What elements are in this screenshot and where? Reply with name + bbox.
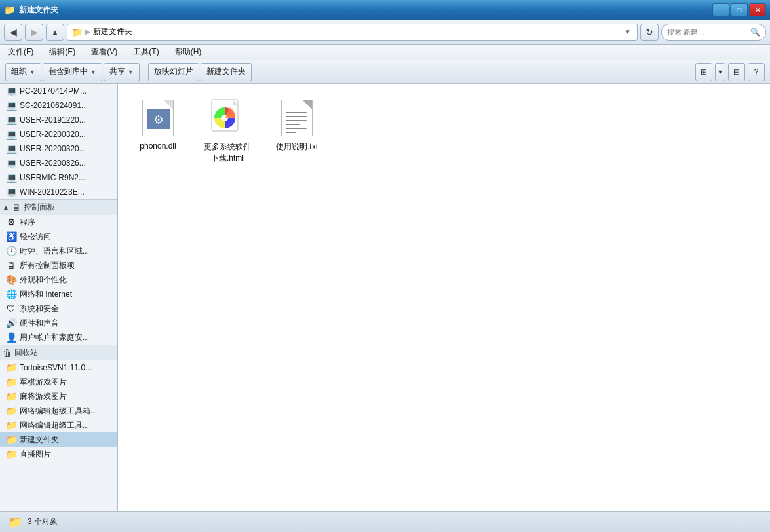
sidebar-item-security[interactable]: 🛡 系统和安全 <box>0 301 117 316</box>
sidebar-item-appearance[interactable]: 🎨 外观和个性化 <box>0 273 117 287</box>
sidebar-item-label: 时钟、语言和区域... <box>20 246 89 257</box>
status-text: 3 个对象 <box>28 516 58 527</box>
sidebar-item-easy-access[interactable]: ♿ 轻松访问 <box>0 229 117 244</box>
sidebar-item-neteditor2[interactable]: 📁 网络编辑超级工具... <box>0 418 117 432</box>
sidebar-item-label: 网络编辑超级工具箱... <box>20 406 97 417</box>
search-input[interactable] <box>667 28 748 36</box>
sidebar-item-label: TortoiseSVN1.11.0... <box>20 363 92 372</box>
programs-icon: ⚙ <box>5 216 17 228</box>
toolbar-separator-1 <box>144 64 144 80</box>
sidebar-item-label: 麻将游戏图片 <box>20 391 67 402</box>
folder-icon: 📁 <box>5 405 17 417</box>
address-bar[interactable]: 📁 ▶ 新建文件夹 ▼ <box>67 24 638 41</box>
main-area: 💻 PC-20170414PM... 💻 SC-20210624091... 💻… <box>0 84 770 511</box>
sidebar-item-label: USER-20191220... <box>20 115 86 124</box>
sidebar-item-sc1[interactable]: 💻 SC-20210624091... <box>0 98 117 113</box>
address-folder-icon: 📁 <box>71 27 83 37</box>
title-bar-controls: ─ □ ✕ <box>712 3 766 16</box>
sidebar-item-label: 直播图片 <box>20 449 51 460</box>
new-folder-button[interactable]: 新建文件夹 <box>201 63 252 81</box>
slideshow-button[interactable]: 放映幻灯片 <box>148 63 199 81</box>
up-button[interactable]: ▲ <box>46 24 64 41</box>
hardware-icon: 🔊 <box>5 317 17 329</box>
sidebar-item-label: 所有控制面板项 <box>20 260 75 271</box>
folder-icon: 📁 <box>5 376 17 388</box>
sidebar-item-programs[interactable]: ⚙ 程序 <box>0 215 117 229</box>
sidebar-item-network[interactable]: 🌐 网络和 Internet <box>0 287 117 301</box>
recycle-bin-header[interactable]: 🗑 回收站 <box>0 345 117 360</box>
help-button[interactable]: ? <box>748 63 765 81</box>
txt-file-icon <box>276 97 318 139</box>
sidebar-item-usermic[interactable]: 💻 USERMIC-R9N2... <box>0 170 117 185</box>
search-bar[interactable]: 🔍 <box>661 24 766 41</box>
sidebar-item-user2[interactable]: 💻 USER-20200320... <box>0 127 117 142</box>
title-bar-left: 📁 新建文件夹 <box>4 5 58 16</box>
sidebar-item-mahjong[interactable]: 📁 麻将游戏图片 <box>0 389 117 404</box>
view-controls: ⊞ ▼ ⊟ ? <box>695 63 765 81</box>
sidebar-item-label: WIN-20210223E... <box>20 187 85 197</box>
computer-icon: 💻 <box>5 114 17 126</box>
include-library-label: 包含到库中 <box>48 66 88 77</box>
sidebar-item-label: SC-20210624091... <box>20 101 88 110</box>
share-button[interactable]: 共享 ▼ <box>104 63 140 81</box>
sidebar-item-chess[interactable]: 📁 军棋游戏图片 <box>0 375 117 389</box>
sidebar-item-tortoise[interactable]: 📁 TortoiseSVN1.11.0... <box>0 360 117 375</box>
toolbar: 组织 ▼ 包含到库中 ▼ 共享 ▼ 放映幻灯片 新建文件夹 ⊞ ▼ ⊟ ? <box>0 60 770 84</box>
title-bar: 📁 新建文件夹 ─ □ ✕ <box>0 0 770 20</box>
sidebar-item-label: USER-20200320... <box>20 130 86 139</box>
sidebar-item-label: 系统和安全 <box>20 303 59 314</box>
sidebar-item-win[interactable]: 💻 WIN-20210223E... <box>0 185 117 199</box>
file-name-more-software: 更多系统软件下载.html <box>201 142 254 164</box>
sidebar-item-newfolder[interactable]: 📁 新建文件夹 <box>0 432 117 447</box>
view-dropdown-button[interactable]: ▼ <box>715 63 725 81</box>
organize-button[interactable]: 组织 ▼ <box>5 63 41 81</box>
sidebar-item-users[interactable]: 👤 用户帐户和家庭安... <box>0 330 117 345</box>
clock-icon: 🕐 <box>5 245 17 257</box>
toggle-icon: ▲ <box>3 204 9 211</box>
minimize-button[interactable]: ─ <box>712 3 729 16</box>
new-folder-label: 新建文件夹 <box>206 66 246 77</box>
menu-tools[interactable]: 工具(T) <box>130 45 161 59</box>
details-pane-button[interactable]: ⊟ <box>728 63 745 81</box>
refresh-button[interactable]: ↻ <box>640 24 659 41</box>
sidebar-item-clock-lang[interactable]: 🕐 时钟、语言和区域... <box>0 244 117 258</box>
back-button[interactable]: ◀ <box>4 24 22 41</box>
sidebar-item-all-control[interactable]: 🖥 所有控制面板项 <box>0 258 117 273</box>
sidebar-item-livestream[interactable]: 📁 直播图片 <box>0 447 117 461</box>
sidebar-item-pc1[interactable]: 💻 PC-20170414PM... <box>0 84 117 98</box>
menu-file[interactable]: 文件(F) <box>5 45 36 59</box>
close-button[interactable]: ✕ <box>749 3 766 16</box>
sidebar-item-label: 硬件和声音 <box>20 318 59 329</box>
address-dropdown[interactable]: ▼ <box>623 27 633 37</box>
sidebar-item-user4[interactable]: 💻 USER-20200326... <box>0 156 117 170</box>
sidebar-item-neteditor1[interactable]: 📁 网络编辑超级工具箱... <box>0 404 117 418</box>
sidebar-item-user3[interactable]: 💻 USER-20200320... <box>0 142 117 156</box>
menu-help[interactable]: 帮助(H) <box>172 45 204 59</box>
view-icon-button[interactable]: ⊞ <box>695 63 712 81</box>
include-library-button[interactable]: 包含到库中 ▼ <box>43 63 102 81</box>
file-name-phonon-dll: phonon.dll <box>140 142 176 151</box>
address-path: 新建文件夹 <box>93 26 132 37</box>
control-panel-header[interactable]: ▲ 🖥 控制面板 <box>0 199 117 215</box>
search-icon: 🔍 <box>750 28 760 37</box>
nav-bar: ◀ ▶ ▲ 📁 ▶ 新建文件夹 ▼ ↻ 🔍 <box>0 20 770 45</box>
maximize-button[interactable]: □ <box>731 3 748 16</box>
slideshow-label: 放映幻灯片 <box>154 66 193 77</box>
menu-view[interactable]: 查看(V) <box>88 45 120 59</box>
file-item-readme[interactable]: 使用说明.txt <box>267 94 326 166</box>
sidebar-item-label: 网络和 Internet <box>20 289 72 300</box>
computer-icon: 💻 <box>5 186 17 198</box>
sidebar-item-user1[interactable]: 💻 USER-20191220... <box>0 113 117 127</box>
file-item-more-software[interactable]: 更多系统软件下载.html <box>198 94 257 166</box>
status-folder-icon: 📁 <box>8 515 22 529</box>
folder-icon: 📁 <box>5 390 17 402</box>
forward-button[interactable]: ▶ <box>25 24 43 41</box>
sidebar-item-label: 轻松访问 <box>20 231 51 242</box>
file-item-phonon-dll[interactable]: ⚙ phonon.dll <box>128 94 187 166</box>
sidebar-item-label: USER-20200320... <box>20 144 86 153</box>
svg-text:⚙: ⚙ <box>153 113 164 126</box>
folder-icon: 📁 <box>5 362 17 373</box>
menu-edit[interactable]: 编辑(E) <box>47 45 78 59</box>
sidebar-item-hardware[interactable]: 🔊 硬件和声音 <box>0 316 117 330</box>
menu-bar: 文件(F) 编辑(E) 查看(V) 工具(T) 帮助(H) <box>0 45 770 60</box>
